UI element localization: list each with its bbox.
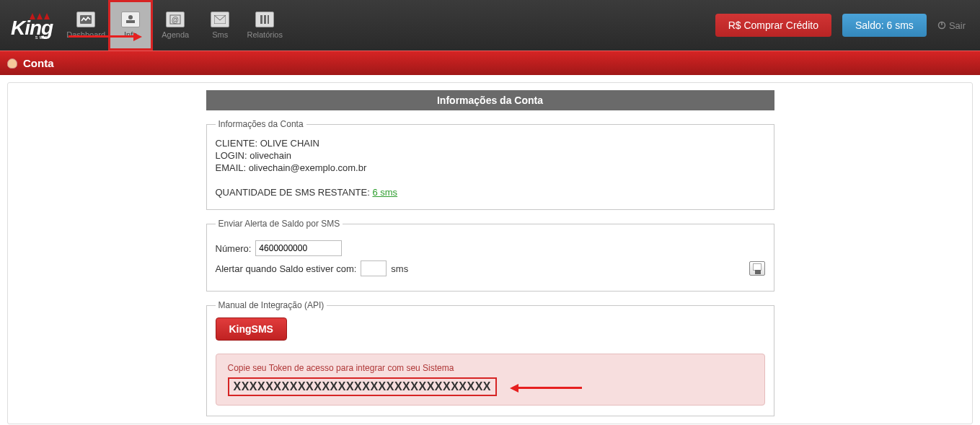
email-label: EMAIL:	[216, 162, 247, 173]
agenda-icon: @	[166, 12, 185, 27]
threshold-row: Alertar quando Saldo estiver com: sms	[216, 260, 765, 276]
sms-icon	[211, 12, 229, 27]
nav-label: Dashboard	[66, 30, 105, 39]
alert-legend: Enviar Alerta de Saldo por SMS	[216, 219, 343, 229]
account-legend: Informações da Conta	[216, 119, 306, 129]
nav-label: Relatórios	[247, 30, 283, 39]
nav-agenda[interactable]: @ Agenda	[153, 0, 198, 51]
logo: King SMS	[11, 11, 53, 40]
numero-input[interactable]	[255, 240, 342, 256]
threshold-label: Alertar quando Saldo estiver com:	[216, 263, 357, 274]
nav-label: Agenda	[162, 30, 189, 39]
user-icon	[7, 58, 17, 69]
sms-line: QUANTIDADE DE SMS RESTANTE: 6 sms	[216, 187, 765, 198]
reports-icon	[255, 12, 274, 27]
card: Informações da Conta Informações da Cont…	[7, 82, 973, 424]
email-value: olivechain@exemplo.com.br	[249, 162, 367, 173]
cliente-label: CLIENTE:	[216, 138, 258, 149]
content: Informações da Conta Informações da Cont…	[206, 90, 774, 416]
svg-rect-8	[268, 15, 269, 24]
svg-rect-7	[264, 15, 266, 24]
logo-sub: SMS	[35, 35, 49, 40]
buy-credit-button[interactable]: R$ Comprar Crédito	[715, 14, 831, 37]
cliente-value: OLIVE CHAIN	[260, 138, 319, 149]
login-line: LOGIN: olivechain	[216, 150, 765, 161]
nav-label: Info	[124, 30, 137, 39]
numero-row: Número:	[216, 240, 765, 256]
main-nav: Dashboard Info @ Agenda Sms Relatórios	[63, 0, 287, 51]
sms-label: QUANTIDADE DE SMS RESTANTE:	[216, 187, 370, 198]
section-title: Informações da Conta	[206, 90, 774, 110]
email-line: EMAIL: olivechain@exemplo.com.br	[216, 162, 765, 173]
token-box: Copie seu Token de acesso para integrar …	[216, 354, 765, 406]
save-icon[interactable]	[749, 261, 765, 276]
api-fieldset: Manual de Integração (API) KingSMS Copie…	[206, 300, 774, 416]
api-legend: Manual de Integração (API)	[216, 300, 327, 310]
login-value: olivechain	[250, 150, 291, 161]
alert-fieldset: Enviar Alerta de Saldo por SMS Número: A…	[206, 219, 774, 292]
sms-value: 6 sms	[372, 187, 397, 198]
svg-text:@: @	[172, 16, 179, 24]
nav-dashboard[interactable]: Dashboard	[63, 0, 108, 51]
exit-link[interactable]: Sair	[937, 20, 966, 31]
exit-label: Sair	[949, 20, 966, 31]
nav-sms[interactable]: Sms	[198, 0, 242, 51]
svg-point-2	[128, 15, 133, 19]
nav-label: Sms	[212, 30, 228, 39]
threshold-unit: sms	[391, 263, 408, 274]
nav-info[interactable]: Info	[108, 0, 153, 51]
account-info-fieldset: Informações da Conta CLIENTE: OLIVE CHAI…	[206, 119, 774, 210]
svg-rect-6	[260, 15, 262, 24]
top-bar: King SMS Dashboard Info @ Agenda Sms Rel…	[0, 0, 980, 51]
cliente-line: CLIENTE: OLIVE CHAIN	[216, 138, 765, 149]
threshold-input[interactable]	[361, 260, 387, 276]
token-value[interactable]: XXXXXXXXXXXXXXXXXXXXXXXXXXXXXXXX	[228, 377, 498, 396]
page-title: Conta	[23, 57, 54, 69]
numero-label: Número:	[216, 243, 252, 254]
nav-relatorios[interactable]: Relatórios	[242, 0, 287, 51]
login-label: LOGIN:	[216, 150, 247, 161]
main: Informações da Conta Informações da Cont…	[0, 75, 980, 425]
dashboard-icon	[76, 12, 95, 27]
page-header: Conta	[0, 51, 980, 75]
balance-button[interactable]: Saldo: 6 sms	[842, 14, 927, 37]
top-right: R$ Comprar Crédito Saldo: 6 sms Sair	[715, 14, 973, 37]
token-message: Copie seu Token de acesso para integrar …	[228, 363, 753, 373]
info-icon	[121, 12, 140, 27]
kingsms-button[interactable]: KingSMS	[216, 317, 287, 341]
power-icon	[937, 21, 946, 30]
svg-rect-1	[126, 20, 135, 23]
annotation-arrow-2	[510, 384, 582, 393]
